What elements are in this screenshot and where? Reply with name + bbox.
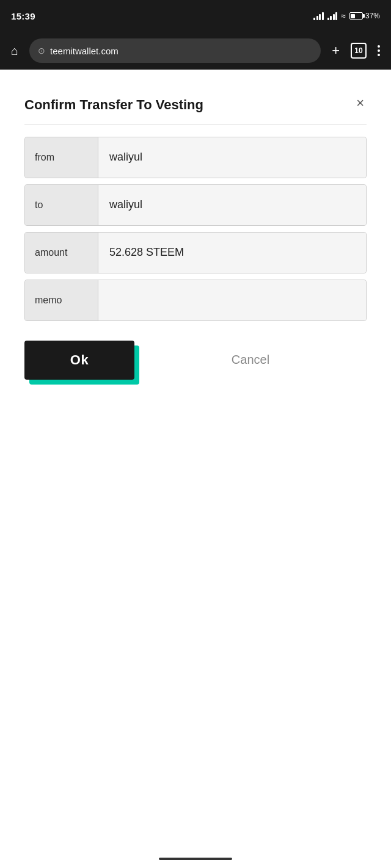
amount-field-row: amount 52.628 STEEM — [24, 232, 367, 273]
browser-menu-button[interactable] — [374, 42, 384, 60]
memo-value — [98, 280, 366, 320]
to-label: to — [25, 185, 98, 225]
from-field-row: from waliyul — [24, 137, 367, 178]
browser-bar: ⌂ ⊙ teemitwallet.com + 10 — [0, 32, 391, 70]
page-content: Confirm Transfer To Vesting × from waliy… — [0, 70, 391, 850]
status-bar: 15:39 ≈ 37% — [0, 0, 391, 32]
dialog-title: Confirm Transfer To Vesting — [24, 96, 203, 114]
ok-button[interactable]: Ok — [24, 341, 134, 380]
menu-dot-2 — [378, 49, 380, 52]
battery-icon: 37% — [349, 12, 380, 20]
battery-percent: 37% — [365, 12, 380, 20]
status-time: 15:39 — [11, 11, 35, 21]
amount-label: amount — [25, 233, 98, 273]
url-bar[interactable]: ⊙ teemitwallet.com — [29, 38, 321, 63]
new-tab-button[interactable]: + — [328, 39, 343, 62]
status-icons: ≈ 37% — [313, 11, 380, 21]
signal-icon-2 — [327, 12, 338, 20]
memo-label: memo — [25, 280, 98, 320]
home-button[interactable]: ⌂ — [7, 40, 22, 62]
menu-dot-3 — [378, 54, 380, 56]
url-text: teemitwallet.com — [50, 46, 312, 56]
dialog-header: Confirm Transfer To Vesting × — [24, 96, 367, 125]
bottom-bar — [0, 850, 391, 868]
close-button[interactable]: × — [354, 96, 367, 110]
from-value: waliyul — [98, 137, 366, 178]
from-label: from — [25, 137, 98, 178]
confirm-dialog: Confirm Transfer To Vesting × from waliy… — [12, 84, 379, 394]
menu-dot-1 — [378, 45, 380, 48]
home-indicator — [159, 858, 232, 860]
dialog-actions: Ok Cancel — [24, 341, 367, 380]
to-value: waliyul — [98, 185, 366, 225]
ok-button-wrapper: Ok — [24, 341, 134, 380]
url-profile-icon: ⊙ — [38, 46, 45, 56]
wifi-icon: ≈ — [341, 11, 346, 21]
form-fields: from waliyul to waliyul amount 52.628 ST… — [24, 137, 367, 321]
to-field-row: to waliyul — [24, 184, 367, 226]
cancel-button[interactable]: Cancel — [134, 343, 367, 377]
memo-field-row: memo — [24, 280, 367, 321]
tabs-count-button[interactable]: 10 — [351, 43, 367, 59]
amount-value: 52.628 STEEM — [98, 233, 366, 273]
signal-icon-1 — [313, 12, 324, 20]
